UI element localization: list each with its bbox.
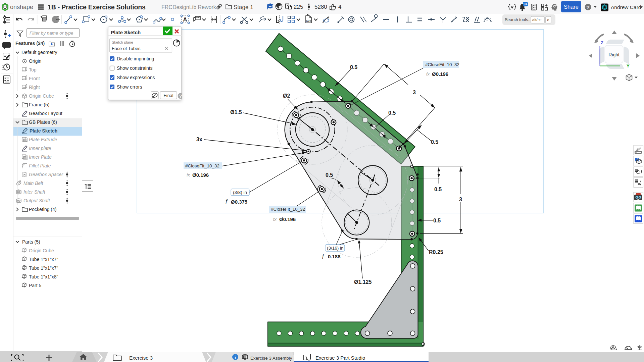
svg-text:A: A: [183, 16, 187, 23]
svg-text:Exercise 3 Part Studio: Exercise 3 Part Studio: [315, 355, 365, 361]
svg-text:Search tools...: Search tools...: [505, 17, 532, 22]
svg-text:Show errors: Show errors: [117, 84, 142, 90]
svg-text:Main Belt: Main Belt: [23, 180, 43, 186]
svg-text:Ø0.375: Ø0.375: [231, 199, 247, 205]
svg-text:3x: 3x: [196, 137, 202, 142]
svg-text:Origin: Origin: [29, 58, 41, 64]
svg-text:0.188: 0.188: [328, 254, 341, 259]
svg-text:#CloseFit_10_32: #CloseFit_10_32: [425, 62, 459, 67]
svg-text:Right: Right: [29, 85, 40, 90]
svg-text:Gearbox Spacer: Gearbox Spacer: [29, 172, 63, 177]
svg-text:225: 225: [294, 4, 303, 10]
svg-text:Parts (5): Parts (5): [22, 239, 40, 245]
svg-text:Ø2: Ø2: [283, 93, 290, 99]
svg-text:Ø1.5: Ø1.5: [230, 109, 242, 115]
svg-text:Origin Cube: Origin Cube: [29, 248, 54, 253]
svg-text:Y: Y: [627, 63, 630, 68]
svg-text:0.5: 0.5: [434, 187, 442, 192]
svg-text:Output Shaft: Output Shaft: [23, 198, 50, 203]
svg-text:Plate Sketch: Plate Sketch: [111, 30, 141, 35]
svg-text:Fillet Plate: Fillet Plate: [29, 163, 51, 168]
svg-text:Tube 1"x1"x7": Tube 1"x1"x7": [29, 265, 58, 271]
svg-text:R0.25: R0.25: [429, 249, 443, 255]
svg-text:9+: 9+: [524, 2, 528, 6]
svg-text:FRCDesignLib Rework: FRCDesignLib Rework: [161, 4, 216, 10]
svg-text:Front: Front: [29, 76, 40, 81]
svg-text:Top: Top: [29, 67, 37, 72]
svg-text:Inner Plate: Inner Plate: [29, 154, 52, 160]
svg-text:Part 5: Part 5: [29, 283, 42, 288]
svg-text:c: c: [547, 18, 549, 22]
svg-text:?: ?: [586, 4, 589, 10]
svg-text:GB Plates (6): GB Plates (6): [29, 119, 57, 125]
svg-text:Frame (5): Frame (5): [29, 102, 49, 107]
svg-text:Z: Z: [601, 40, 603, 45]
svg-text:0.5: 0.5: [433, 218, 441, 223]
svg-text:Final: Final: [163, 93, 173, 98]
svg-text:Origin Cube: Origin Cube: [29, 93, 54, 99]
svg-text:alt/⌥: alt/⌥: [532, 18, 542, 22]
svg-text:Disable imprinting: Disable imprinting: [117, 56, 154, 61]
svg-text:fx: fx: [426, 71, 430, 76]
svg-text:ƒ: ƒ: [321, 253, 325, 259]
svg-text:Gearbox Layout: Gearbox Layout: [29, 111, 62, 116]
svg-text:Inter Shaft: Inter Shaft: [23, 189, 46, 195]
svg-text:Ø0.196: Ø0.196: [432, 71, 448, 77]
svg-text:3: 3: [459, 197, 462, 202]
svg-text:Plate Sketch: Plate Sketch: [30, 128, 57, 134]
svg-text:Right: Right: [608, 52, 620, 57]
svg-text:Features (24): Features (24): [15, 41, 45, 46]
svg-text:Face of Tubes: Face of Tubes: [112, 46, 141, 51]
svg-text:Pocketing (4): Pocketing (4): [29, 207, 56, 212]
svg-text:fx: fx: [187, 172, 190, 177]
svg-text:Andrew Card: Andrew Card: [611, 4, 641, 10]
svg-text:?: ?: [179, 94, 182, 99]
svg-text:Ø1.125: Ø1.125: [354, 279, 372, 285]
svg-text:3: 3: [413, 90, 416, 95]
svg-text:Inner plate: Inner plate: [29, 146, 51, 151]
svg-text:Exercise 3: Exercise 3: [129, 355, 153, 361]
svg-text:4: 4: [338, 4, 341, 10]
svg-text:Ø0.196: Ø0.196: [192, 172, 209, 178]
svg-text:Tube 1"x1"x8": Tube 1"x1"x8": [29, 274, 58, 279]
svg-text:5280: 5280: [314, 4, 327, 10]
svg-text:#CloseFit_10_32: #CloseFit_10_32: [271, 207, 305, 212]
svg-text:ƒ: ƒ: [225, 199, 228, 204]
svg-text:Exercise 3 Assembly: Exercise 3 Assembly: [250, 356, 292, 361]
svg-text:DXF: DXF: [306, 20, 311, 23]
svg-text:Show expressions: Show expressions: [117, 75, 155, 80]
svg-text:Plate Extrude: Plate Extrude: [29, 137, 57, 142]
svg-text:0.5: 0.5: [350, 64, 357, 70]
svg-text:Show constraints: Show constraints: [117, 65, 153, 71]
svg-text:Sketch plane: Sketch plane: [112, 40, 133, 44]
svg-text:(3/8) in: (3/8) in: [233, 190, 247, 195]
svg-text:Share: Share: [564, 4, 579, 10]
svg-text:Default geometry: Default geometry: [21, 50, 57, 55]
svg-text:(3/16) in: (3/16) in: [327, 246, 344, 251]
svg-text:Filter by name or type: Filter by name or type: [30, 31, 73, 36]
svg-text:Stage 1: Stage 1: [234, 4, 253, 10]
svg-text:fx: fx: [273, 217, 277, 222]
svg-text:Ø0.196: Ø0.196: [279, 216, 296, 222]
svg-text:0.5: 0.5: [431, 139, 438, 145]
svg-text:0.5: 0.5: [388, 110, 396, 116]
svg-text:Tube 1"x1"x7": Tube 1"x1"x7": [29, 257, 58, 262]
svg-text:0.5: 0.5: [326, 172, 333, 178]
svg-text:#CloseFit_10_32: #CloseFit_10_32: [185, 163, 219, 168]
